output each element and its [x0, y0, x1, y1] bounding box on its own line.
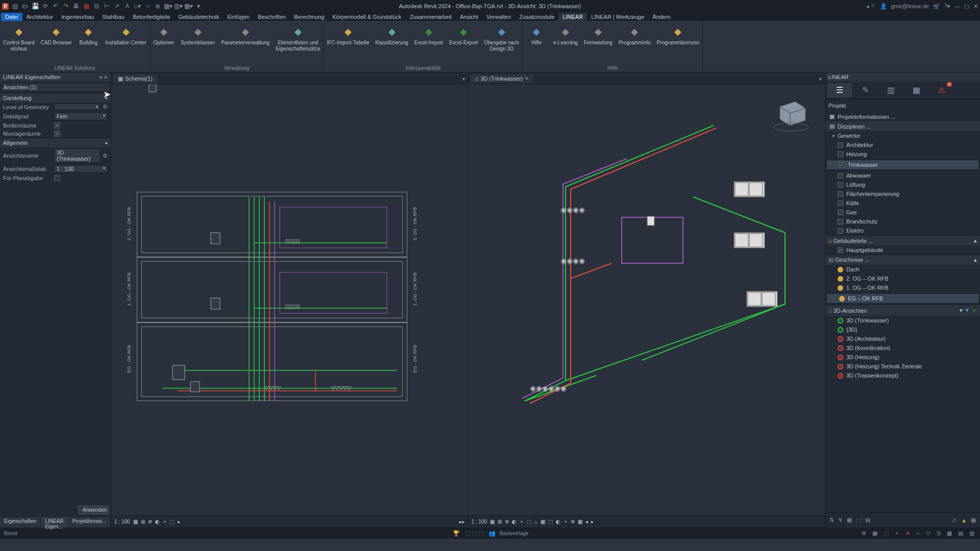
ribbon-programmlizenzen[interactable]: ◆Programmlizenzen: [654, 21, 702, 64]
item-brandschutz[interactable]: Brandschutz: [825, 217, 980, 226]
pdf-icon[interactable]: ▦: [82, 2, 90, 10]
menu-tab-berechnung[interactable]: Berechnung: [290, 13, 328, 21]
home-icon[interactable]: ⌂▾: [133, 2, 141, 10]
menu-tab-krpermodellgrundstck[interactable]: Körpermodell & Grundstück: [328, 13, 405, 21]
prop-ansichtsmastab[interactable]: Ansichtsmaßstab1 : 100 ▾: [0, 164, 111, 174]
prop-ansichtsname[interactable]: Ansichtsname3D (Trinkwasser)⚙: [0, 147, 111, 164]
menu-tab-ndern[interactable]: Ändern: [648, 13, 674, 21]
prop-montagerume[interactable]: Montageräume✓: [0, 130, 111, 138]
panel-tab[interactable]: Projektbrows...: [68, 517, 111, 528]
text-icon[interactable]: A: [123, 2, 131, 10]
item-lftung[interactable]: Lüftung: [825, 180, 980, 189]
ribbon-fernwartung[interactable]: ◆Fernwartung: [581, 21, 616, 64]
ribbon-hilfe[interactable]: ◆Hilfe: [523, 21, 550, 64]
3d-canvas[interactable]: ◉◉◉◉◉◉◉◉ ◉◉◉◉◉◉: [469, 85, 825, 515]
list-icon[interactable]: ≣: [154, 2, 162, 10]
item-architektur[interactable]: Architektur: [825, 140, 980, 149]
item-dheizungtechnikzentrale[interactable]: ✕3D (Heizung) Technik Zentrale: [825, 362, 980, 371]
item-dheizung[interactable]: ✕3D (Heizung): [825, 353, 980, 362]
item-darchitektur[interactable]: ✕3D (Architektur): [825, 334, 980, 343]
ribbon-klassifizierung[interactable]: ◆Klassifizierung: [372, 21, 411, 64]
user-icon[interactable]: 👤: [880, 3, 887, 10]
ribbon-parameterverwaltung[interactable]: ◆Parameterverwaltung: [218, 21, 273, 64]
more-icon[interactable]: ▦▾: [184, 2, 192, 10]
item-heizung[interactable]: Heizung: [825, 149, 980, 159]
view-control-bar[interactable]: 1 : 100 ▦⊞✲◐⚬⬚▸ ◂ ▸: [111, 515, 468, 528]
menu-tab-ansicht[interactable]: Ansicht: [456, 13, 482, 21]
close-icon[interactable]: ✕: [973, 3, 978, 10]
prop-frplanabgabe[interactable]: Für Planabgabe: [0, 174, 111, 182]
menu-tab-linearwerkzeuge[interactable]: LINEAR | Werkzeuge: [587, 13, 648, 21]
ribbon-programminfo[interactable]: ◆Programminfo: [616, 21, 654, 64]
tab-close-icon[interactable]: ✕: [525, 76, 529, 81]
item-dtrassenkonzept[interactable]: ✕3D (Trassenkonzept): [825, 371, 980, 380]
open-icon[interactable]: 🗁: [21, 2, 29, 10]
item-ogokrfb[interactable]: 2. OG – OK RFB: [825, 274, 980, 283]
win-icon[interactable]: ▦▾: [164, 2, 172, 10]
ribbon-optionen[interactable]: ◆Optionen: [150, 21, 178, 64]
menu-tab-stahlbau[interactable]: Stahlbau: [99, 13, 129, 21]
ribbon-excelexport[interactable]: ◆Excel-Export: [446, 21, 481, 64]
item-dach[interactable]: Dach: [825, 265, 980, 274]
menu-icon[interactable]: ☰: [827, 83, 852, 97]
item-egokrfb[interactable]: EG – OK RFB: [826, 293, 979, 304]
panel-icon[interactable]: ▥▾: [174, 2, 182, 10]
menu-tab-zusatzmodule[interactable]: Zusatzmodule: [515, 13, 558, 21]
menu-tab-verwalten[interactable]: Verwalten: [482, 13, 515, 21]
menu-tab-gebudetechnik[interactable]: Gebäudetechnik: [174, 13, 223, 21]
cart-icon[interactable]: 🛒: [933, 3, 940, 10]
section-allgemein[interactable]: Allgemein▴: [0, 138, 111, 147]
item-trinkwasser[interactable]: ✓Trinkwasser: [826, 160, 979, 170]
print-icon[interactable]: 🖶: [72, 2, 80, 10]
ribbon-ifcimporttabelle[interactable]: ◆IFC-Import-Tabelle: [324, 21, 372, 64]
section-darstellung[interactable]: Darstellung▴: [0, 93, 111, 103]
item-klte[interactable]: Kälte: [825, 198, 980, 208]
apply-button[interactable]: Anwenden: [78, 506, 109, 514]
save-icon[interactable]: 💾: [31, 2, 39, 10]
calc-icon[interactable]: ▦: [904, 83, 928, 97]
panel-footer-icons[interactable]: ⇅↯▦⬚▤ ⚠▲▦: [825, 512, 980, 528]
sync-icon[interactable]: ⟳: [41, 2, 50, 10]
project-info[interactable]: ▦Projektinformationen ...: [825, 112, 980, 121]
sec-icon[interactable]: ○: [143, 2, 152, 10]
geschosse-header[interactable]: ▤ Geschosse ...▴: [825, 255, 980, 265]
menu-tab-linear[interactable]: LINEAR: [558, 13, 587, 21]
view-control-bar[interactable]: 1 : 100 ▦⊞✲◐⚬⬚⌂▦⬚◐⚬✲▦◂▸: [469, 515, 825, 528]
ansichten-header[interactable]: ⌂ 3D-Ansichten▾ ▼ ＋: [825, 305, 980, 316]
ribbon-elementlistenund[interactable]: ◆Elementlisten undEigenschaftensätze: [273, 21, 323, 64]
menu-tab-zusammenarbeit[interactable]: Zusammenarbeit: [405, 13, 456, 21]
edit-icon[interactable]: ✎: [853, 83, 877, 97]
item-ogokrfb[interactable]: 1. OG – OK RFB: [825, 283, 980, 292]
ribbon-controlboard[interactable]: ◆Control Boardein/aus: [0, 21, 38, 64]
dim-icon[interactable]: ⊢: [103, 2, 111, 10]
ribbon-excelimport[interactable]: ◆Excel-Import: [411, 21, 446, 64]
menu-tab-datei[interactable]: Datei: [1, 13, 22, 21]
view-tab-schema[interactable]: ▦ Schema(1): [112, 73, 158, 84]
panel-tab[interactable]: Eigenschaften: [0, 517, 41, 528]
undo-icon[interactable]: ↶: [52, 2, 60, 10]
menu-tab-ingenieurbau[interactable]: Ingenieurbau: [57, 13, 98, 21]
prop-bedienrume[interactable]: Bedienräume✓: [0, 121, 111, 130]
item-d[interactable]: ✓{3D}: [825, 325, 980, 334]
item-hauptgebude[interactable]: ✓Hauptgebäude: [825, 245, 980, 255]
menu-tab-architektur[interactable]: Architektur: [22, 13, 58, 21]
menu-tab-betonfertigteile[interactable]: Betonfertigteile: [129, 13, 174, 21]
item-gas[interactable]: Gas: [825, 208, 980, 217]
align-icon[interactable]: ↗: [113, 2, 121, 10]
view-selector[interactable]: Ansichten (1): [1, 83, 110, 92]
columns-icon[interactable]: ▥: [878, 83, 903, 97]
ribbon-elearning[interactable]: ◆e-Learning: [550, 21, 581, 64]
view-menu-icon[interactable]: ▾: [819, 76, 822, 82]
item-dkoordination[interactable]: ✕3D (Koordination): [825, 343, 980, 353]
view-tab-3d[interactable]: ⌂ 3D (Trinkwasser) ✕: [470, 73, 535, 84]
item-flchentemperierung[interactable]: Flächentemperierung: [825, 189, 980, 198]
alert-icon[interactable]: ⚠7: [929, 83, 954, 97]
qat-icon[interactable]: ▤: [11, 2, 19, 10]
item-dtrinkwasser[interactable]: ✓3D (Trinkwasser): [825, 316, 980, 325]
ribbon-systemklassen[interactable]: ◆Systemklassen: [178, 21, 218, 64]
gewerke-header[interactable]: ▾Gewerke: [825, 131, 980, 140]
dd-icon[interactable]: ▾: [194, 2, 203, 10]
panel-tab[interactable]: LINEAR Eigen...: [41, 517, 68, 528]
scale-label[interactable]: 1 : 100: [114, 519, 130, 524]
help-icon[interactable]: ?▾: [944, 3, 950, 10]
